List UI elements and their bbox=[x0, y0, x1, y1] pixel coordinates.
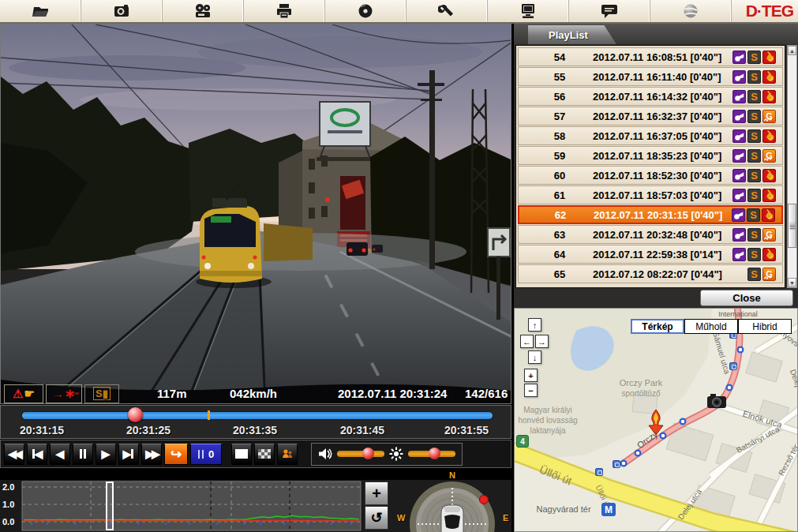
route-point bbox=[727, 385, 732, 391]
pc-viewer-button[interactable] bbox=[488, 0, 569, 22]
event-icon-hand: ☝ bbox=[762, 90, 776, 103]
video-viewport[interactable]: ⚠ ☛ → ∗ S▮ 117m 042km/h 2012.07.11 20:31… bbox=[0, 24, 511, 404]
playlist-row[interactable]: 62 2012.07.11 20:31:15 [0'40"] S☝ bbox=[518, 205, 783, 224]
feedback-button[interactable] bbox=[569, 0, 650, 22]
seek-time-label: 20:31:15 bbox=[20, 424, 64, 436]
capture-button[interactable] bbox=[81, 0, 163, 22]
map-pan-up-button[interactable]: ↑ bbox=[528, 318, 541, 332]
playlist-row[interactable]: 63 2012.07.11 20:32:48 [0'40"] SG bbox=[518, 225, 783, 244]
playlist-row[interactable]: 65 2012.07.12 08:22:07 [0'44"] SG bbox=[518, 264, 783, 283]
event-icon-hand: ☝ bbox=[762, 208, 775, 222]
playlist-scrollbar[interactable]: ▲ ▼ bbox=[787, 45, 797, 288]
counter-bar bbox=[202, 450, 204, 459]
map-zoom-out-button[interactable]: − bbox=[524, 384, 538, 397]
speech-bubble-icon bbox=[600, 3, 619, 19]
map-pan-right-button[interactable]: → bbox=[535, 335, 549, 348]
side-column: PlayList 54 2012.07.11 16:08:51 [0'40"] … bbox=[514, 24, 798, 532]
warning-triangle-icon: ⚠ bbox=[13, 387, 23, 401]
step-back-button[interactable]: ◀ bbox=[50, 444, 70, 465]
impact-indicator: → ∗ bbox=[46, 384, 82, 403]
single-view-button[interactable] bbox=[231, 444, 252, 465]
backup-button[interactable] bbox=[163, 0, 244, 22]
disc-icon bbox=[357, 3, 374, 19]
row-number: 65 bbox=[545, 268, 574, 280]
counter-value: 0 bbox=[208, 448, 214, 460]
pause-bar bbox=[80, 449, 82, 459]
event-icon-whistle bbox=[732, 51, 746, 64]
graph-reset-button[interactable]: ↺ bbox=[365, 506, 388, 530]
playlist-row[interactable]: 64 2012.07.11 22:59:38 [0'14"] S☝ bbox=[518, 245, 783, 264]
map-zoom-in-button[interactable]: + bbox=[524, 369, 538, 382]
event-icon-whistle bbox=[732, 169, 746, 182]
map-pan-down-button[interactable]: ↓ bbox=[528, 350, 541, 364]
whistle-icon bbox=[734, 151, 744, 161]
last-frame-button[interactable]: ▶ bbox=[118, 444, 139, 465]
event-icon-whistle bbox=[732, 110, 746, 123]
event-icon-s: S bbox=[747, 70, 761, 84]
gsensor-graph: 2.01.00.0 bbox=[0, 480, 363, 532]
pause-button[interactable] bbox=[73, 444, 93, 465]
event-icon-whistle bbox=[732, 149, 746, 163]
multi-view-button[interactable] bbox=[254, 444, 275, 465]
volume-handle[interactable] bbox=[362, 448, 374, 459]
whistle-icon bbox=[734, 111, 744, 122]
event-icon-hand: ☝ bbox=[762, 189, 776, 202]
close-button[interactable]: Close bbox=[700, 290, 793, 306]
fast-forward-button[interactable]: ▶▶ bbox=[141, 444, 162, 465]
settings-button[interactable] bbox=[406, 0, 488, 22]
whistle-icon bbox=[734, 249, 744, 260]
playlist-row[interactable]: 57 2012.07.11 16:32:37 [0'40"] SG bbox=[518, 107, 783, 126]
repeat-button[interactable]: ↪ bbox=[164, 444, 188, 465]
compass-n: N bbox=[449, 470, 455, 480]
map-type-műhold[interactable]: Műhold bbox=[684, 319, 738, 334]
scroll-up-icon[interactable]: ▲ bbox=[788, 46, 796, 55]
fast-rewind-button[interactable]: ◀◀ bbox=[4, 444, 24, 465]
event-icon-s: S bbox=[747, 90, 761, 103]
tram-stop-icon bbox=[729, 362, 737, 370]
map-type-hibrid[interactable]: Hibrid bbox=[738, 319, 792, 334]
pause-counter[interactable]: 0 bbox=[190, 444, 222, 465]
seek-handle[interactable] bbox=[128, 407, 143, 422]
map-pan-left-button[interactable]: ← bbox=[520, 335, 534, 348]
playlist-row[interactable]: 58 2012.07.11 16:37:05 [0'40"] S☝ bbox=[518, 126, 783, 145]
row-timestamp: 2012.07.11 16:32:37 [0'40"] bbox=[593, 111, 721, 122]
playlist-row[interactable]: 59 2012.07.11 18:35:23 [0'40"] SG bbox=[518, 146, 783, 165]
brightness-handle[interactable] bbox=[429, 448, 440, 459]
event-icon-hand: ☝ bbox=[762, 129, 776, 143]
first-frame-button[interactable]: ◀ bbox=[27, 444, 47, 465]
row-timestamp: 2012.07.11 16:08:51 [0'40"] bbox=[593, 51, 721, 63]
playlist-row[interactable]: 55 2012.07.11 16:11:40 [0'40"] S☝ bbox=[518, 67, 783, 86]
scroll-down-icon[interactable]: ▼ bbox=[788, 278, 796, 287]
row-number: 63 bbox=[545, 229, 574, 241]
single-view-icon bbox=[235, 449, 248, 459]
print-button[interactable] bbox=[244, 0, 325, 22]
scrollbar-thumb[interactable] bbox=[788, 204, 796, 248]
playlist-row[interactable]: 54 2012.07.11 16:08:51 [0'40"] S☝ bbox=[518, 47, 783, 66]
disc-button[interactable] bbox=[325, 0, 406, 22]
privacy-button[interactable] bbox=[277, 444, 298, 465]
playlist-row[interactable]: 61 2012.07.11 18:57:03 [0'40"] S☝ bbox=[518, 185, 783, 204]
seek-track[interactable] bbox=[22, 412, 493, 419]
row-number: 55 bbox=[545, 71, 574, 83]
row-number: 58 bbox=[545, 130, 574, 142]
globe-icon bbox=[682, 3, 699, 19]
open-folder-button[interactable] bbox=[0, 0, 81, 22]
volume-slider[interactable] bbox=[337, 451, 384, 457]
osd-bar: ⚠ ☛ → ∗ S▮ 117m 042km/h 2012.07.11 20:31… bbox=[1, 382, 511, 404]
gsensor-series-g-red bbox=[24, 520, 359, 521]
playlist-list: 54 2012.07.11 16:08:51 [0'40"] S☝55 2012… bbox=[515, 45, 785, 288]
map-type-térkép[interactable]: Térkép bbox=[631, 319, 684, 334]
compass-w: W bbox=[397, 513, 405, 523]
brightness-slider[interactable] bbox=[408, 451, 455, 457]
play-button[interactable]: ▶ bbox=[96, 444, 116, 465]
tab-playlist[interactable]: PlayList bbox=[528, 25, 616, 44]
monitor-icon bbox=[519, 3, 538, 19]
map-panel[interactable]: InternationalOrczy ParksportöltözőMagyar… bbox=[514, 308, 798, 532]
whistle-icon bbox=[733, 210, 744, 220]
playlist-row[interactable]: 60 2012.07.11 18:52:30 [0'40"] S☝ bbox=[518, 166, 783, 185]
whistle-icon bbox=[734, 72, 744, 82]
dteg-logo: D·TEG bbox=[746, 0, 798, 22]
graph-zoom-in-button[interactable]: + bbox=[365, 481, 388, 505]
google-earth-button[interactable] bbox=[650, 0, 732, 22]
playlist-row[interactable]: 56 2012.07.11 16:14:32 [0'40"] S☝ bbox=[518, 87, 783, 106]
